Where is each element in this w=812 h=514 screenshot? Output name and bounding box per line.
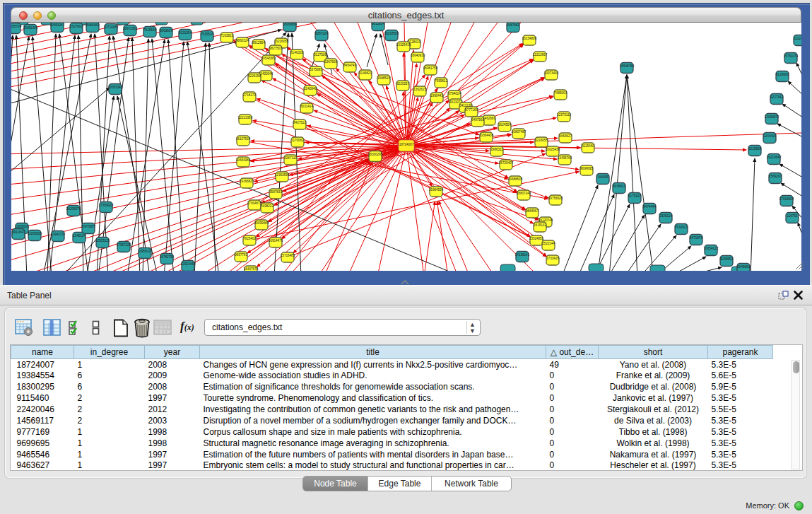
svg-text:16548784: 16548784 [620, 64, 635, 68]
svg-text:7163822: 7163822 [220, 34, 233, 37]
svg-text:10719185: 10719185 [104, 25, 119, 29]
svg-text:10543382: 10543382 [261, 57, 276, 60]
svg-text:1362615: 1362615 [413, 88, 426, 91]
svg-text:20691406: 20691406 [23, 26, 38, 30]
svg-text:12213383: 12213383 [238, 116, 253, 119]
svg-text:15716485: 15716485 [281, 254, 295, 257]
svg-text:16782759: 16782759 [160, 255, 175, 259]
svg-text:8131054: 8131054 [179, 31, 192, 35]
svg-text:12375115: 12375115 [557, 113, 572, 117]
svg-text:9777169: 9777169 [465, 108, 478, 112]
svg-text:13524851: 13524851 [529, 237, 544, 240]
svg-text:26206576: 26206576 [66, 207, 81, 211]
svg-text:10654122: 10654122 [704, 247, 719, 250]
svg-text:7515526: 7515526 [201, 33, 213, 36]
svg-text:1345134: 1345134 [73, 234, 86, 238]
svg-text:17004678: 17004678 [247, 201, 262, 205]
svg-text:2986322: 2986322 [490, 148, 503, 151]
svg-text:18640910: 18640910 [411, 54, 425, 57]
svg-text:10025438: 10025438 [546, 148, 560, 151]
svg-text:9860124: 9860124 [236, 39, 249, 42]
svg-text:6794024: 6794024 [448, 92, 461, 95]
svg-text:7485003: 7485003 [554, 91, 567, 95]
svg-text:3215958: 3215958 [748, 147, 761, 151]
svg-text:9474444: 9474444 [643, 205, 656, 209]
svg-text:116753: 116753 [787, 214, 798, 218]
svg-text:12353594: 12353594 [275, 173, 290, 177]
svg-text:16671355: 16671355 [123, 27, 138, 30]
svg-text:10654983: 10654983 [236, 158, 251, 162]
svg-text:14136141: 14136141 [515, 253, 530, 257]
svg-text:18724007: 18724007 [399, 143, 414, 146]
svg-text:9245652: 9245652 [720, 257, 733, 261]
svg-text:16961758: 16961758 [423, 66, 438, 70]
svg-text:16120746: 16120746 [539, 218, 553, 222]
svg-text:15751074: 15751074 [784, 54, 799, 58]
svg-text:7632621: 7632621 [675, 226, 688, 229]
svg-text:16033809: 16033809 [283, 23, 298, 26]
svg-text:8454749: 8454749 [343, 64, 356, 67]
svg-text:3375685: 3375685 [310, 68, 322, 71]
svg-text:8938923: 8938923 [613, 185, 625, 188]
svg-text:8813054: 8813054 [372, 23, 384, 25]
svg-text:8427512: 8427512 [293, 121, 306, 124]
svg-text:19756928: 19756928 [548, 197, 563, 200]
svg-text:2087682: 2087682 [507, 23, 519, 27]
svg-text:164095: 164095 [597, 175, 608, 179]
svg-text:9227342: 9227342 [770, 95, 783, 99]
svg-text:9699695: 9699695 [580, 167, 593, 170]
svg-text:1569297: 1569297 [769, 175, 782, 178]
svg-text:19166827: 19166827 [240, 180, 254, 183]
svg-text:10807487: 10807487 [512, 130, 526, 134]
svg-text:6497568: 6497568 [471, 118, 484, 122]
svg-text:6216055: 6216055 [535, 139, 548, 142]
svg-text:1527602: 1527602 [70, 25, 83, 28]
svg-text:7462660: 7462660 [483, 117, 495, 120]
svg-text:9357224: 9357224 [315, 32, 328, 35]
svg-text:9115460: 9115460 [582, 144, 594, 148]
svg-text:2718170: 2718170 [243, 93, 256, 97]
svg-text:7955812: 7955812 [435, 79, 447, 83]
svg-text:5498222: 5498222 [261, 204, 273, 208]
svg-text:1112853: 1112853 [794, 37, 801, 40]
svg-text:11156829: 11156829 [28, 232, 42, 235]
svg-text:9911847: 9911847 [12, 230, 25, 234]
svg-text:6179197: 6179197 [628, 194, 641, 198]
svg-text:1624554: 1624554 [498, 123, 511, 127]
svg-text:9226158: 9226158 [248, 74, 261, 78]
svg-text:2522144: 2522144 [542, 242, 555, 245]
svg-text:16407678: 16407678 [244, 267, 259, 271]
svg-text:1990443: 1990443 [430, 94, 443, 98]
svg-text:14055724: 14055724 [11, 25, 22, 28]
svg-text:9827503: 9827503 [269, 47, 282, 50]
svg-text:10688609: 10688609 [508, 177, 523, 181]
svg-text:9657791: 9657791 [235, 253, 247, 257]
svg-text:3267110: 3267110 [284, 156, 297, 160]
svg-text:2242848: 2242848 [304, 87, 317, 90]
svg-text:10553267: 10553267 [50, 23, 65, 27]
svg-text:2935114: 2935114 [659, 214, 672, 218]
svg-text:7625402: 7625402 [243, 237, 256, 240]
svg-text:1733426: 1733426 [546, 257, 559, 260]
svg-text:1588520: 1588520 [377, 76, 390, 80]
svg-text:10973493: 10973493 [544, 71, 559, 75]
svg-text:12942737: 12942737 [51, 233, 66, 236]
svg-text:10975857: 10975857 [81, 225, 96, 228]
svg-text:12505115: 12505115 [95, 239, 110, 243]
svg-text:13495764: 13495764 [558, 156, 572, 160]
svg-text:15720407: 15720407 [499, 161, 514, 165]
svg-text:12213967: 12213967 [533, 53, 548, 57]
svg-text:8146328: 8146328 [290, 51, 303, 54]
svg-text:9245653: 9245653 [737, 265, 750, 269]
svg-text:17957225: 17957225 [117, 243, 131, 247]
svg-text:19218506: 19218506 [384, 32, 399, 35]
svg-text:12093872: 12093872 [765, 115, 779, 119]
svg-text:1615132: 1615132 [534, 223, 546, 227]
svg-text:20364436: 20364436 [479, 134, 494, 137]
svg-text:7515526: 7515526 [143, 28, 156, 32]
svg-text:16107534: 16107534 [236, 137, 251, 141]
svg-text:16210643: 16210643 [767, 156, 782, 159]
svg-text:19384554: 19384554 [429, 188, 444, 192]
svg-text:1170062: 1170062 [291, 139, 304, 142]
svg-text:17359928: 17359928 [99, 204, 114, 207]
